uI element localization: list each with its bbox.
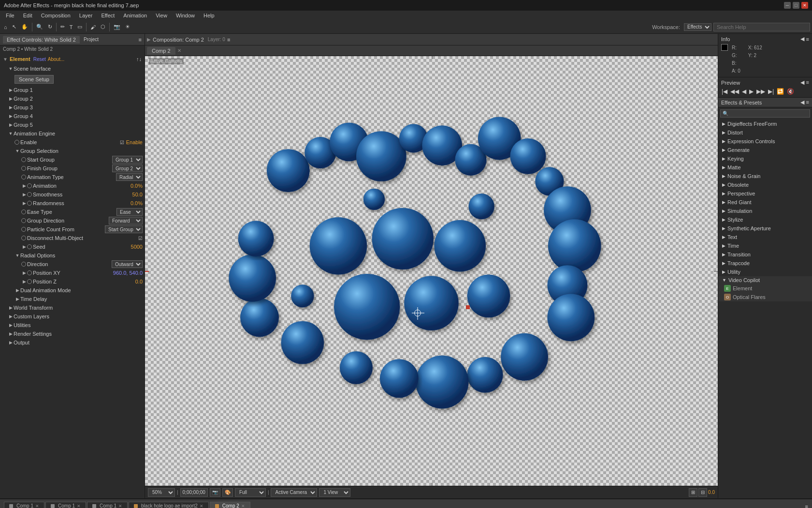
group1-row[interactable]: ▶ Group 1 bbox=[1, 86, 144, 94]
direction-row[interactable]: Direction OutwardInward bbox=[1, 260, 144, 269]
category-generate[interactable]: ▶ Generate bbox=[718, 146, 812, 154]
finish-group-row[interactable]: Finish Group Group 2Group 1Group 3 bbox=[1, 164, 144, 173]
output-row[interactable]: ▶ Output bbox=[1, 338, 144, 347]
preview-play-btn[interactable]: ▶ bbox=[749, 88, 754, 95]
zoom-select[interactable]: 50%100%200% bbox=[148, 488, 175, 497]
group-selection-row[interactable]: ▼ Group Selection bbox=[1, 147, 144, 155]
group2-row[interactable]: ▶ Group 2 bbox=[1, 94, 144, 103]
rand-stopwatch[interactable] bbox=[27, 201, 32, 206]
window-controls[interactable]: ─ □ ✕ bbox=[784, 2, 808, 9]
about-button[interactable]: About... bbox=[48, 57, 64, 62]
info-menu[interactable]: ≡ bbox=[806, 36, 809, 42]
finish-group-stopwatch[interactable] bbox=[21, 166, 26, 171]
close-button[interactable]: ✕ bbox=[801, 2, 808, 9]
tab-close-5[interactable]: ✕ bbox=[241, 504, 245, 508]
group-sel-toggle[interactable]: ▼ bbox=[14, 148, 20, 154]
tl-tab-blackhole[interactable]: black hole logo ae import2 ✕ bbox=[129, 502, 209, 508]
group3-row[interactable]: ▶ Group 3 bbox=[1, 103, 144, 112]
category-obsolete[interactable]: ▶ Obsolete bbox=[718, 180, 812, 189]
wt-toggle[interactable]: ▶ bbox=[8, 305, 14, 311]
category-perspective[interactable]: ▶ Perspective bbox=[718, 189, 812, 198]
toolbar-home-btn[interactable]: ⌂ bbox=[2, 23, 9, 31]
quality-select[interactable]: FullHalfQuarter bbox=[235, 488, 266, 497]
preview-prev-frame-btn[interactable]: ◀ bbox=[741, 88, 747, 95]
render-settings-row[interactable]: ▶ Render Settings bbox=[1, 329, 144, 338]
scene-setup-button[interactable]: Scene Setup bbox=[14, 75, 54, 84]
particle-count-row[interactable]: Particle Count From Start Group bbox=[1, 225, 144, 234]
radial-options-row[interactable]: ▼ Radial Options bbox=[1, 251, 144, 260]
tl-tab-comp1-3[interactable]: Comp 1 ✕ bbox=[87, 502, 128, 508]
effect-controls-tab[interactable]: Effect Controls: White Solid 2 bbox=[3, 36, 80, 44]
tl-tab-comp1-2[interactable]: Comp 1 ✕ bbox=[45, 502, 86, 508]
preview-last-btn[interactable]: ▶| bbox=[768, 88, 774, 95]
menu-effect[interactable]: Effect bbox=[97, 12, 118, 19]
dir-stopwatch[interactable] bbox=[21, 262, 26, 267]
enable-check[interactable]: ☑ bbox=[120, 140, 124, 145]
toolbar-camera-btn[interactable]: 📷 bbox=[112, 23, 122, 31]
rs-toggle[interactable]: ▶ bbox=[8, 331, 14, 337]
comp-tab-close[interactable]: ✕ bbox=[177, 48, 181, 53]
scene-toggle[interactable]: ▼ bbox=[8, 66, 14, 72]
dual-toggle[interactable]: ▶ bbox=[14, 287, 20, 293]
preview-first-btn[interactable]: |◀ bbox=[721, 88, 728, 95]
group-direction-row[interactable]: Group Direction ForwardBackward bbox=[1, 216, 144, 225]
anim-type-stopwatch[interactable] bbox=[21, 175, 26, 179]
animation-type-select[interactable]: RadialLinear bbox=[116, 173, 143, 181]
world-transform-row[interactable]: ▶ World Transform bbox=[1, 303, 144, 312]
anim-stopwatch[interactable] bbox=[27, 183, 32, 188]
category-stylize[interactable]: ▶ Stylize bbox=[718, 215, 812, 224]
menu-help[interactable]: Help bbox=[200, 12, 218, 19]
toolbar-shape-btn[interactable]: ▭ bbox=[75, 23, 84, 31]
disconnect-check[interactable]: ☑ bbox=[138, 236, 143, 241]
particle-count-select[interactable]: Start Group bbox=[105, 225, 143, 233]
panel-menu[interactable]: ≡ bbox=[227, 37, 230, 43]
tab-close-1[interactable]: ✕ bbox=[35, 504, 39, 508]
toolbar-clone-btn[interactable]: ⬡ bbox=[99, 23, 107, 31]
toolbar-light-btn[interactable]: ☀ bbox=[123, 23, 132, 31]
menu-layer[interactable]: Layer bbox=[75, 12, 97, 19]
menu-composition[interactable]: Composition bbox=[37, 12, 74, 19]
time-display-btn[interactable]: 0;00;00;00 bbox=[180, 488, 208, 497]
project-label[interactable]: Project bbox=[84, 37, 99, 42]
enable-stopwatch[interactable] bbox=[14, 140, 19, 145]
radial-toggle[interactable]: ▼ bbox=[14, 253, 20, 258]
tab-close-4[interactable]: ✕ bbox=[200, 504, 203, 508]
toolbar-rotate-btn[interactable]: ↻ bbox=[46, 23, 54, 31]
toolbar-move-btn[interactable]: ✋ bbox=[19, 23, 30, 31]
category-noise[interactable]: ▶ Noise & Grain bbox=[718, 172, 812, 180]
vc-optical-flares[interactable]: O Optical Flares bbox=[718, 293, 812, 301]
smooth-stopwatch[interactable] bbox=[27, 192, 32, 197]
randomness-row[interactable]: ▶ Randomness 0.0% bbox=[1, 199, 144, 208]
group4-toggle[interactable]: ▶ bbox=[8, 113, 14, 119]
animation-row[interactable]: ▶ Animation 0.0% bbox=[1, 181, 144, 190]
ease-type-select[interactable]: EaseLinear bbox=[116, 208, 143, 216]
position-xy-row[interactable]: ▶ Position XY 960.0, 540.0 bbox=[1, 269, 144, 277]
toolbar-brush-btn[interactable]: 🖌 bbox=[88, 23, 98, 31]
effects-expand[interactable]: ◀ bbox=[800, 99, 804, 105]
preview-expand[interactable]: ◀ bbox=[800, 79, 804, 86]
category-simulation[interactable]: ▶ Simulation bbox=[718, 207, 812, 215]
category-synthetic[interactable]: ▶ Synthetic Aperture bbox=[718, 224, 812, 233]
preview-loop-btn[interactable]: 🔁 bbox=[776, 88, 784, 95]
menu-view[interactable]: View bbox=[152, 12, 171, 19]
seed-stopwatch[interactable] bbox=[27, 244, 32, 249]
category-keying[interactable]: ▶ Keying bbox=[718, 154, 812, 163]
category-matte[interactable]: ▶ Matte bbox=[718, 163, 812, 172]
group5-toggle[interactable]: ▶ bbox=[8, 122, 14, 128]
seed-row[interactable]: ▶ Seed 5000 bbox=[1, 242, 144, 251]
start-group-stopwatch[interactable] bbox=[21, 157, 26, 162]
preview-mute-btn[interactable]: 🔇 bbox=[786, 88, 795, 95]
info-color-swatch[interactable] bbox=[721, 44, 728, 51]
effects-search-input[interactable] bbox=[720, 109, 810, 118]
preview-next-frame-btn[interactable]: ▶▶ bbox=[756, 88, 766, 95]
group1-toggle[interactable]: ▶ bbox=[8, 87, 14, 93]
expand-btn[interactable]: ↑↓ bbox=[136, 56, 142, 62]
category-expression[interactable]: ▶ Expression Controls bbox=[718, 137, 812, 146]
gdir-stopwatch[interactable] bbox=[21, 218, 26, 223]
menu-edit[interactable]: Edit bbox=[19, 12, 36, 19]
info-expand[interactable]: ◀ bbox=[800, 36, 804, 42]
category-utility[interactable]: ▶ Utility bbox=[718, 268, 812, 276]
tl-tab-comp2[interactable]: Comp 2 ✕ bbox=[210, 502, 250, 508]
start-group-select[interactable]: Group 1Group 2Group 3 bbox=[112, 156, 143, 164]
category-redgiant[interactable]: ▶ Red Giant bbox=[718, 198, 812, 207]
